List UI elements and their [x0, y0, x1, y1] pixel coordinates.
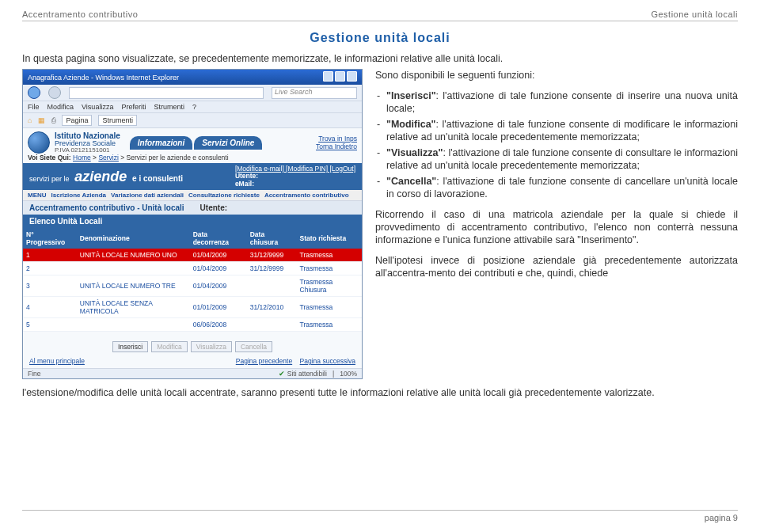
bottom-paragraph: l'estensione/modifica delle unità locali… [22, 387, 738, 398]
link-pagina-precedente[interactable]: Pagina precedente [236, 357, 292, 365]
breadcrumb-home[interactable]: Home [73, 154, 91, 162]
tab-informazioni[interactable]: Informazioni [130, 136, 192, 150]
breadcrumb-current: Servizi per le aziende e consulenti [127, 154, 229, 162]
link-torna-indietro[interactable]: Torna Indietro [316, 142, 357, 150]
table-title: Elenco Unità Locali [23, 215, 362, 228]
menu-label: MENU [28, 192, 47, 199]
print-icon[interactable]: ⎙ [51, 116, 55, 124]
function-list: "Inserisci": l'attivazione di tale funzi… [375, 89, 738, 200]
inps-logo-icon [28, 131, 50, 154]
header-rule [22, 21, 738, 21]
strip-consulenti: e i consulenti [132, 174, 183, 183]
cancella-button[interactable]: Cancella [235, 341, 272, 352]
intro-paragraph: In questa pagina sono visualizzate, se p… [22, 53, 738, 64]
header-right: Gestione unità locali [651, 10, 738, 19]
function-list-item: "Cancella": l'attivazione di tale funzio… [375, 175, 738, 200]
brand-name: Istituto Nazionale Previdenza Sociale P.… [55, 132, 120, 154]
address-bar[interactable] [69, 87, 264, 99]
col-stato: Stato richiesta [297, 228, 362, 249]
menu-help[interactable]: ? [192, 103, 196, 111]
menu-file[interactable]: File [28, 103, 40, 111]
search-box[interactable]: Live Search [272, 87, 357, 99]
visualizza-button[interactable]: Visualizza [191, 341, 232, 352]
table-row[interactable]: 4UNITÀ LOCALE SENZA MATRICOLA01/01/20093… [23, 297, 362, 318]
function-list-item: "Modifica": l'attivazione di tale funzio… [375, 118, 738, 143]
inserisci-button[interactable]: Inserisci [112, 341, 148, 352]
table-row[interactable]: 201/04/200931/12/9999Trasmessa [23, 262, 362, 276]
nav-back-icon[interactable] [28, 86, 40, 99]
col-num: N° Progressivo [23, 228, 77, 249]
menu-consultazione[interactable]: Consultazione richieste [188, 192, 260, 199]
modifica-button[interactable]: Modifica [151, 341, 188, 352]
breadcrumb-servizi[interactable]: Servizi [98, 154, 119, 162]
header-left: Accentramento contributivo [22, 10, 138, 19]
ie-statusbar: Fine ✔ Siti attendibili | 100% [23, 368, 362, 378]
window-controls[interactable] [321, 71, 357, 83]
page-title: Gestione unità locali [22, 31, 738, 45]
feed-icon[interactable]: ▦ [38, 116, 45, 124]
home-icon[interactable]: ⌂ [28, 116, 32, 124]
section-utente: Utente: [200, 203, 227, 212]
function-list-item: "Inserisci": l'attivazione di tale funzi… [375, 89, 738, 115]
page-footer: pagina 9 [22, 510, 738, 522]
strip-pre: servizi per le [29, 175, 70, 183]
menu-edit[interactable]: Modifica [48, 103, 74, 111]
email-label: eMail: [235, 180, 254, 188]
function-list-item: "Visualizza": l'attivazione di tale funz… [375, 146, 738, 172]
table-row[interactable]: 506/06/2008Trasmessa [23, 318, 362, 332]
table-row[interactable]: 3UNITÀ LOCALE NUMERO TRE01/04/2009Trasme… [23, 276, 362, 297]
paragraph-3: Nell'ipotesi invece di posizione azienda… [375, 254, 738, 279]
link-pagina-successiva[interactable]: Pagina successiva [300, 357, 355, 365]
col-decor: Data decorrenza [190, 228, 247, 249]
link-trova-inps[interactable]: Trova in Inps [318, 135, 357, 142]
ie-page-button[interactable]: Pagina [62, 115, 92, 126]
ie-tools-button[interactable]: Strumenti [98, 115, 137, 126]
menu-tools[interactable]: Strumenti [154, 103, 184, 111]
lead-paragraph: Sono disponibili le seguenti funzioni: [375, 69, 738, 82]
nav-fwd-icon[interactable] [48, 86, 61, 99]
strip-aziende: aziende [74, 169, 127, 184]
right-text-column: Sono disponibili le seguenti funzioni: "… [375, 69, 738, 287]
menu-view[interactable]: Visualizza [82, 103, 113, 111]
menu-fav[interactable]: Preferiti [121, 103, 146, 111]
menu-iscrizione[interactable]: Iscrizione Azienda [51, 192, 107, 199]
footer-nav: Al menu principale Pagina precedente Pag… [23, 355, 362, 368]
tab-servizi-online[interactable]: Servizi Online [194, 136, 262, 150]
table-row[interactable]: 1UNITÀ LOCALE NUMERO UNO01/04/200931/12/… [23, 249, 362, 262]
action-buttons: Inserisci Modifica Visualizza Cancella [23, 332, 362, 355]
section-title: Accentramento contributivo - Unità local… [23, 201, 362, 215]
breadcrumb: Voi Siete Qui: Home > Servizi > Servizi … [23, 154, 362, 163]
elenco-table: N° Progressivo Denominazione Data decorr… [23, 228, 362, 332]
menu-accentramento[interactable]: Accentramento contributivo [264, 192, 349, 199]
ie-menubar[interactable]: File Modifica Visualizza Preferiti Strum… [23, 101, 362, 113]
col-chius: Data chiusura [247, 228, 297, 249]
ie-command-bar: ⌂ ▦ ⎙ Pagina Strumenti [23, 113, 362, 128]
status-zoom[interactable]: 100% [340, 370, 357, 378]
app-menu-row: MENU Iscrizione Azienda Variazione dati … [23, 190, 362, 201]
screenshot-mock: Anagrafica Aziende - Windows Internet Ex… [22, 69, 363, 379]
status-zone: Siti attendibili [287, 370, 327, 378]
window-title: Anagrafica Aziende - Windows Internet Ex… [28, 74, 179, 82]
menu-variazione[interactable]: Variazione dati aziendali [111, 192, 184, 199]
status-left: Fine [28, 370, 41, 378]
col-denom: Denominazione [77, 228, 190, 249]
blue-strip: servizi per le aziende e i consulenti [M… [23, 163, 362, 190]
paragraph-2: Ricorrendo il caso di una matricola azie… [375, 208, 738, 246]
link-menu-principale[interactable]: Al menu principale [29, 357, 85, 365]
